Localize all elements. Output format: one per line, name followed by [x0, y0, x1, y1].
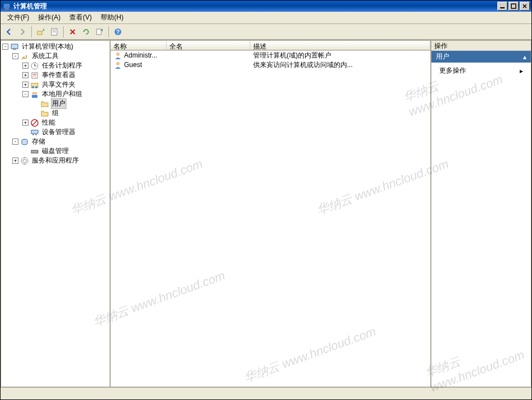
svg-point-25: [35, 86, 37, 88]
svg-rect-20: [32, 73, 37, 78]
toolbar-separator: [63, 26, 64, 37]
tree-label: 组: [51, 108, 60, 118]
expander-icon[interactable]: -: [12, 53, 18, 59]
statusbar: [1, 387, 531, 399]
tree-panel[interactable]: - 计算机管理(本地) - 系统工具: [1, 40, 110, 387]
toolbar-separator: [31, 26, 32, 37]
menu-file[interactable]: 文件(F): [3, 12, 34, 23]
expander-icon[interactable]: +: [22, 72, 28, 78]
menu-action[interactable]: 操作(A): [34, 12, 65, 23]
nav-forward-button[interactable]: [16, 26, 28, 38]
expander-icon[interactable]: -: [22, 91, 28, 97]
cell-desc: 管理计算机(域)的内置帐户: [250, 51, 430, 60]
tree-system-tools[interactable]: - 系统工具: [12, 51, 108, 61]
tree-event-viewer[interactable]: +事件查看器: [22, 70, 108, 80]
tree-storage[interactable]: -存储: [12, 137, 108, 146]
svg-point-37: [23, 159, 26, 163]
expander-icon[interactable]: -: [2, 44, 8, 50]
app-icon: [2, 2, 11, 11]
close-button[interactable]: [520, 2, 530, 11]
titlebar[interactable]: 计算机管理: [1, 1, 531, 12]
refresh-button[interactable]: [80, 26, 92, 38]
tree-users[interactable]: 用户: [32, 99, 108, 108]
actions-header: 操作: [431, 41, 531, 51]
cell-desc: 供来宾访问计算机或访问域的内...: [250, 60, 430, 70]
svg-rect-28: [32, 95, 37, 98]
svg-rect-6: [37, 31, 42, 35]
column-fullname[interactable]: 全名: [167, 41, 250, 50]
tree-device-manager[interactable]: 设备管理器: [22, 127, 108, 137]
tree-label: 本地用户和组: [41, 89, 83, 99]
up-button[interactable]: [35, 26, 47, 38]
nav-back-button[interactable]: [3, 26, 15, 38]
tree-label: 任务计划程序: [41, 61, 83, 70]
clock-icon: [30, 61, 39, 70]
user-icon: [113, 61, 122, 70]
cell-name: Guest: [124, 61, 142, 69]
svg-point-38: [21, 158, 28, 164]
svg-rect-12: [97, 29, 101, 35]
tree-label: 事件查看器: [41, 70, 77, 80]
chevron-right-icon: ▸: [520, 67, 523, 75]
services-icon: [20, 156, 29, 165]
expander-icon[interactable]: +: [12, 158, 18, 164]
svg-rect-31: [31, 130, 38, 134]
shared-folder-icon: [30, 80, 39, 89]
minimize-button[interactable]: [497, 2, 507, 11]
tree-disk-mgmt[interactable]: 磁盘管理: [22, 146, 108, 156]
properties-button[interactable]: [48, 26, 60, 38]
list-header: 名称 全名 描述: [111, 41, 430, 51]
menu-view[interactable]: 查看(V): [65, 12, 96, 23]
tree-label: 共享文件夹: [41, 80, 77, 89]
window-title: 计算机管理: [13, 2, 497, 11]
svg-rect-3: [511, 4, 516, 8]
list-row[interactable]: Administr... 管理计算机(域)的内置帐户: [111, 51, 430, 60]
tree-label-selected: 用户: [51, 98, 66, 109]
menu-help[interactable]: 帮助(H): [96, 12, 128, 23]
svg-point-24: [32, 86, 34, 88]
export-button[interactable]: [93, 26, 106, 38]
svg-point-27: [35, 92, 37, 94]
tree-performance[interactable]: +性能: [22, 118, 108, 127]
folder-icon: [40, 99, 49, 108]
expander-icon[interactable]: +: [22, 82, 28, 88]
column-desc[interactable]: 描述: [250, 41, 430, 50]
list-panel: 名称 全名 描述 Administr... 管理计算机(域)的内置帐户 Gues…: [110, 40, 431, 387]
toolbar-separator: [108, 26, 109, 37]
users-group-icon: [30, 90, 39, 99]
tree-shared-folders[interactable]: +共享文件夹: [22, 80, 108, 89]
expander-none: [32, 110, 39, 116]
actions-more-text: 更多操作: [439, 66, 466, 75]
menubar: 文件(F) 操作(A) 查看(V) 帮助(H): [1, 12, 531, 24]
list-body[interactable]: Administr... 管理计算机(域)的内置帐户 Guest 供来宾访问计算…: [111, 51, 430, 387]
tree-label: 存储: [31, 137, 46, 146]
list-row[interactable]: Guest 供来宾访问计算机或访问域的内...: [111, 60, 430, 70]
expander-icon[interactable]: +: [22, 120, 28, 126]
toolbar: ?: [1, 24, 531, 40]
tree-local-users[interactable]: -本地用户和组: [22, 89, 108, 99]
svg-rect-2: [500, 7, 505, 8]
main-window: 计算机管理 文件(F) 操作(A) 查看(V) 帮助(H) ?: [0, 0, 532, 400]
help-button[interactable]: ?: [112, 26, 124, 38]
delete-button[interactable]: [66, 26, 79, 38]
content-area: - 计算机管理(本地) - 系统工具: [1, 40, 531, 387]
svg-rect-15: [11, 44, 18, 49]
tree-services-apps[interactable]: +服务和应用程序: [12, 156, 108, 165]
actions-more[interactable]: 更多操作 ▸: [431, 63, 531, 79]
tree-root[interactable]: - 计算机管理(本地): [2, 42, 108, 51]
expander-none: [32, 101, 39, 107]
user-icon: [113, 51, 122, 60]
expander-icon[interactable]: -: [12, 139, 18, 145]
performance-icon: [30, 118, 39, 127]
expander-icon[interactable]: +: [22, 63, 28, 69]
tree-label: 设备管理器: [41, 127, 77, 137]
storage-icon: [20, 137, 29, 146]
actions-section-title[interactable]: 用户 ▴: [431, 51, 531, 63]
column-name[interactable]: 名称: [111, 41, 167, 50]
svg-rect-1: [4, 8, 9, 9]
svg-text:?: ?: [116, 29, 120, 35]
tree-groups[interactable]: 组: [32, 108, 108, 118]
tree-task-scheduler[interactable]: +任务计划程序: [22, 61, 108, 70]
svg-point-41: [116, 53, 120, 56]
maximize-button[interactable]: [509, 2, 519, 11]
